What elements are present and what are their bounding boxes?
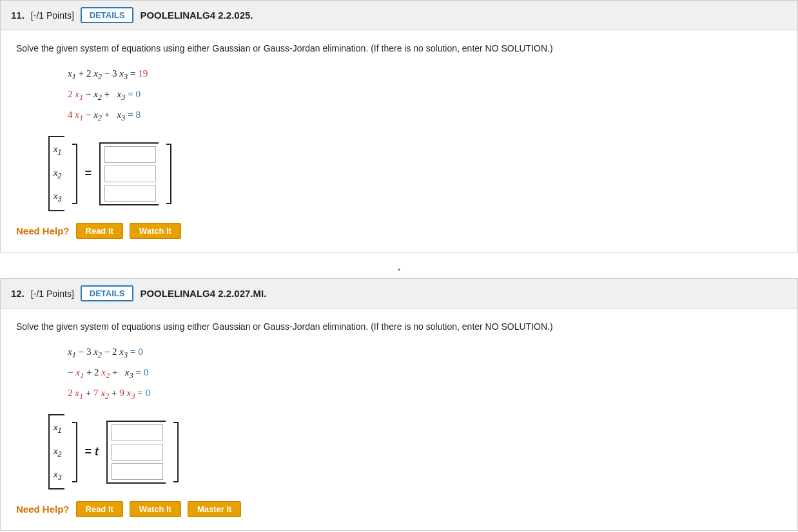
separator-dot: .	[0, 252, 798, 278]
problem-11: 11. [-/1 Points] DETAILS POOLELINALG4 2.…	[0, 0, 798, 252]
right-bracket-inputs	[166, 144, 171, 204]
problem-12: 12. [-/1 Points] DETAILS POOLELINALG4 2.…	[0, 278, 798, 531]
matrix-var-x1-12: x1	[54, 418, 62, 439]
input-x1-11[interactable]	[104, 146, 156, 163]
matrix-vars-bracket: x1 x2 x3	[48, 136, 64, 211]
input-x1-12[interactable]	[112, 424, 163, 441]
equation-11-1: x1 + 2 x2 − 3 x3 = 19	[68, 64, 782, 85]
problem-12-body: Solve the given system of equations usin…	[1, 309, 797, 530]
matrix-vars-bracket-12: x1 x2 x3	[48, 414, 64, 489]
matrix-var-x2: x2	[54, 164, 62, 184]
input-x3-12[interactable]	[112, 463, 163, 480]
need-help-label-12: Need Help?	[16, 504, 70, 515]
equation-11-3: 4 x1 − x2 + x3 = 8	[68, 106, 782, 126]
equation-12-3: 2 x1 + 7 x2 + 9 x3 = 0	[68, 384, 782, 404]
equals-sign-11: =	[85, 167, 92, 180]
input-x2-12[interactable]	[112, 444, 163, 461]
problem-12-header: 12. [-/1 Points] DETAILS POOLELINALG4 2.…	[1, 279, 797, 309]
problem-12-need-help-row: Need Help? Read It Watch It Master It	[16, 501, 782, 517]
right-bracket-inputs-12	[173, 422, 179, 482]
need-help-label-11: Need Help?	[16, 225, 70, 236]
problem-12-instructions: Solve the given system of equations usin…	[16, 320, 782, 334]
right-bracket-vars	[72, 144, 77, 204]
watch-it-button-11[interactable]: Watch It	[130, 223, 181, 239]
matrix-inputs-bracket	[99, 142, 159, 205]
problem-12-id: POOLELINALG4 2.2.027.MI.	[140, 288, 266, 299]
problem-11-id: POOLELINALG4 2.2.025.	[140, 10, 253, 21]
problem-11-matrix-section: x1 x2 x3 =	[48, 136, 782, 211]
problem-11-details-button[interactable]: DETAILS	[81, 7, 134, 23]
matrix-var-x3: x3	[54, 187, 62, 207]
problem-12-details-button[interactable]: DETAILS	[81, 285, 134, 301]
input-x3-11[interactable]	[104, 185, 156, 202]
problem-11-points: [-/1 Points]	[31, 10, 74, 21]
problem-12-points: [-/1 Points]	[31, 289, 74, 299]
equation-11-2: 2 x1 − x2 + x3 = 0	[68, 85, 782, 106]
master-it-button-12[interactable]: Master It	[188, 501, 241, 517]
matrix-var-x1: x1	[54, 140, 62, 160]
read-it-button-12[interactable]: Read It	[76, 501, 123, 517]
equation-12-2: − x1 + 2 x2 + x3 = 0	[68, 363, 782, 384]
problem-11-body: Solve the given system of equations usin…	[1, 30, 797, 252]
equals-sign-12: = t	[85, 445, 99, 459]
right-bracket-vars-12	[72, 422, 77, 482]
watch-it-button-12[interactable]: Watch It	[130, 501, 181, 517]
problem-12-equations: x1 − 3 x2 − 2 x3 = 0 − x1 + 2 x2 + x3 = …	[68, 343, 782, 404]
problem-11-number: 11.	[11, 10, 24, 21]
problem-12-matrix-section: x1 x2 x3 = t	[48, 414, 782, 489]
problem-11-need-help-row: Need Help? Read It Watch It	[16, 223, 782, 239]
matrix-inputs-bracket-12	[106, 421, 166, 484]
problem-11-equations: x1 + 2 x2 − 3 x3 = 19 2 x1 − x2 + x3 = 0	[68, 64, 782, 126]
problem-11-header: 11. [-/1 Points] DETAILS POOLELINALG4 2.…	[1, 1, 797, 30]
input-x2-11[interactable]	[104, 166, 156, 182]
matrix-var-x3-12: x3	[54, 465, 62, 486]
problem-11-instructions: Solve the given system of equations usin…	[16, 42, 782, 55]
read-it-button-11[interactable]: Read It	[76, 223, 123, 239]
equation-12-1: x1 − 3 x2 − 2 x3 = 0	[68, 343, 782, 363]
matrix-var-x2-12: x2	[54, 442, 62, 462]
problem-12-number: 12.	[11, 288, 24, 299]
